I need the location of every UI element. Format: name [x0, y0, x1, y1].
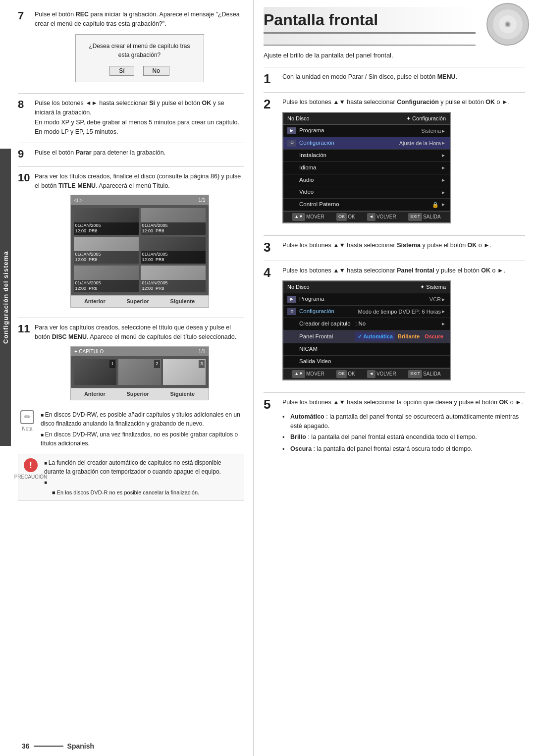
title-btn-anterior[interactable]: Anterior	[84, 297, 106, 306]
step-10-content: Para ver los títulos creados, finalice e…	[35, 172, 244, 312]
svg-point-4	[506, 23, 509, 26]
step-10-number: 10	[18, 172, 32, 184]
osd2-config-item: Modo de tiempo DVD EP: 6 Horas	[358, 308, 441, 316]
right-step-4-content: Pulse los botones ▲▼ hasta seleccionar P…	[282, 266, 525, 385]
dialog-text: ¿Desea crear el menú de capítulo tras es…	[84, 42, 196, 60]
chapter-btn-siguiente[interactable]: Siguiente	[170, 390, 195, 398]
step-11-number: 11	[18, 323, 32, 335]
osd1-footer-label-ok: OK	[348, 213, 355, 221]
osd2-config-icon: ⚙	[287, 308, 296, 315]
chapter-menu-box: ✦ CAPÍTULO 1/1 1 2 3	[70, 346, 209, 401]
title-menu-header-icon: ◁ ▷	[74, 196, 83, 204]
page-title: Pantalla frontal	[264, 11, 476, 34]
osd1-instalacion-label: Instalación	[287, 151, 441, 160]
right-step-3-number: 3	[264, 241, 278, 254]
osd2-footer-label-move: MOVER	[306, 370, 324, 378]
precaution-item-1: La función del creador automático de cap…	[44, 458, 240, 476]
chapter-btn-anterior[interactable]: Anterior	[84, 390, 106, 398]
osd2-row-nicam: NICAM	[283, 343, 450, 356]
note-box: ✏ Nota En discos DVD-RW, es posible añad…	[18, 410, 244, 450]
osd2-val-automatica: ✓ Automática	[355, 332, 396, 341]
step-7-number: 7	[18, 10, 32, 22]
right-step-5: 5 Pulse los botones ▲▼ hasta seleccionar…	[264, 398, 525, 456]
osd2-val-oscure: Oscure	[422, 332, 446, 341]
precaution-label: PRECAUCIÓN	[14, 473, 48, 481]
osd1-programa-label: Programa	[299, 126, 421, 135]
osd1-footer-btn-ok: OK	[336, 213, 347, 221]
title-btn-superior[interactable]: Superior	[127, 297, 149, 306]
osd1-row-idioma: Idioma ►	[283, 162, 450, 174]
precaution-item-2-text: ■ En los discos DVD-R no es posible canc…	[52, 488, 240, 497]
page-language: Spanish	[67, 742, 94, 750]
osd2-footer: ▲▼ MOVER OK OK ◄ VOLVER EXIT SALIDA	[283, 368, 450, 379]
right-step-2: 2 Pulse los botones ▲▼ hasta seleccionar…	[264, 98, 525, 228]
osd2-footer-btn-move: ▲▼	[292, 370, 305, 378]
osd1-control-arrow: ►	[441, 201, 446, 209]
osd2-row-salida: Salida Video	[283, 356, 450, 368]
osd2-programa-label: Programa	[299, 295, 429, 304]
title-menu-page: 1/1	[199, 196, 206, 204]
osd2-footer-label-ok: OK	[348, 370, 355, 378]
osd1-header-right: ✦ Configuración	[406, 114, 446, 123]
osd2-footer-label-exit: SALIDA	[423, 370, 441, 378]
title-menu-box: ◁ ▷ 1/1 01/JAN/200512:00 PR8 01/JAN/2005…	[70, 195, 209, 308]
footer-line	[34, 746, 63, 747]
osd1-programa-item: Sistema	[421, 127, 441, 135]
osd1-programa-icon: ▶	[287, 127, 296, 134]
osd1-footer-label-move: MOVER	[306, 213, 324, 221]
osd2-nicam-label: NICAM	[287, 345, 446, 354]
osd1-footer-btn-exit: EXIT	[408, 213, 422, 221]
osd2-creador-arrow: ►	[441, 320, 446, 328]
disc-decoration	[485, 2, 530, 47]
osd2-salida-label: Salida Video	[287, 357, 446, 366]
osd1-audio-arrow: ►	[441, 176, 446, 184]
title-cell-3: 01/JAN/200512:00 PR8	[74, 237, 139, 264]
right-step-3-content: Pulse los botones ▲▼ hasta seleccionar S…	[282, 241, 525, 250]
note-label: Nota	[22, 425, 32, 432]
dialog-si-button[interactable]: Sí	[109, 66, 134, 76]
osd1-video-arrow: ►	[441, 189, 446, 197]
left-column: 7 Pulse el botón REC para iniciar la gra…	[11, 0, 254, 756]
step-11-content: Para ver los capítulos creados, seleccio…	[35, 323, 244, 404]
title-cell-6: 01/JAN/200512:00 PR8	[141, 266, 206, 292]
right-step-3: 3 Pulse los botones ▲▼ hasta seleccionar…	[264, 241, 525, 254]
chapter-btn-superior[interactable]: Superior	[127, 390, 149, 398]
osd1-footer-btn-move: ▲▼	[292, 213, 305, 221]
step-9-content: Pulse el botón Parar para detener la gra…	[35, 148, 244, 158]
step-7: 7 Pulse el botón REC para iniciar la gra…	[18, 10, 244, 87]
right-subtitle: Ajuste el brillo de la pantalla del pane…	[264, 52, 525, 59]
osd2-panel-label: Panel Frontal	[287, 332, 355, 341]
osd1-row-programa: ▶ Programa Sistema ►	[283, 125, 450, 137]
osd1-header-left: No Disco	[287, 114, 310, 123]
osd2-footer-btn-ok: OK	[336, 370, 347, 378]
osd2-config-label: Configuración	[299, 307, 358, 316]
right-step-1-number: 1	[264, 72, 278, 85]
osd1-idioma-label: Idioma	[287, 163, 441, 172]
precaution-box: ! PRECAUCIÓN La función del creador auto…	[18, 454, 244, 501]
precaution-content: La función del creador automático de cap…	[44, 458, 240, 496]
right-step-5-number: 5	[264, 398, 278, 411]
osd1-row-video: Video ►	[283, 186, 450, 199]
dialog-no-button[interactable]: No	[143, 66, 169, 76]
osd1-config-icon: ⚙	[287, 140, 296, 147]
step-9: 9 Pulse el botón Parar para detener la g…	[18, 148, 244, 160]
osd1-config-label: Configuración	[299, 139, 399, 148]
right-step-2-content: Pulse los botones ▲▼ hasta seleccionar C…	[282, 98, 525, 228]
osd-menu-1: No Disco ✦ Configuración ▶ Programa Sist…	[282, 112, 451, 223]
right-step-4: 4 Pulse los botones ▲▼ hasta seleccionar…	[264, 266, 525, 385]
title-btn-siguiente[interactable]: Siguiente	[170, 297, 195, 306]
chapter-menu-header-left: ✦ CAPÍTULO	[74, 348, 104, 356]
osd1-footer-btn-back: ◄	[367, 213, 375, 221]
title-cell-1: 01/JAN/200512:00 PR8	[74, 208, 139, 235]
step-8-content: Pulse los botones ◄► hasta seleccionar S…	[35, 99, 244, 137]
osd1-footer: ▲▼ MOVER OK OK ◄ VOLVER EXIT SALIDA	[283, 211, 450, 222]
osd1-audio-label: Audio	[287, 176, 441, 185]
note-content: En discos DVD-RW, es posible añadir capí…	[41, 410, 244, 450]
title-cell-2: 01/JAN/200512:00 PR8	[141, 208, 206, 235]
osd2-header-right: ✦ Sistema	[420, 283, 446, 291]
osd-menu-2: No Disco ✦ Sistema ▶ Programa VCR ► ⚙ Co…	[282, 280, 451, 380]
precaution-icon: !	[24, 458, 38, 472]
right-step-4-number: 4	[264, 266, 278, 279]
note-pencil-icon: ✏	[20, 410, 34, 424]
option-brillo: • Brillo : la pantalla del panel frontal…	[282, 432, 525, 442]
